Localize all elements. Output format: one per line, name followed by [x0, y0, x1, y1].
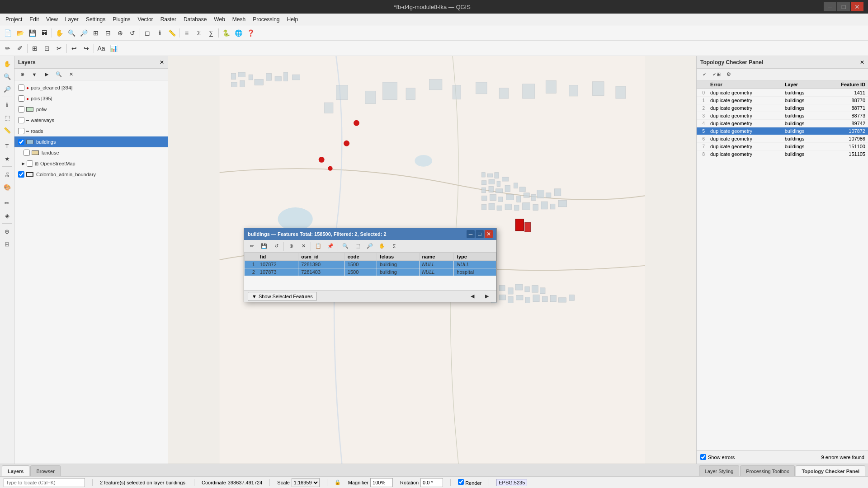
magnifier-input[interactable] [370, 478, 393, 487]
zoom-out-button[interactable]: 🔎 [78, 27, 90, 39]
attr-dock-right-button[interactable]: ▶ [481, 291, 493, 302]
layer-item-pofw[interactable]: pofw [14, 104, 168, 115]
layer-item-pois[interactable]: ● pois [395] [14, 93, 168, 104]
plugin-button[interactable]: 🌐 [232, 27, 244, 39]
menu-plugins[interactable]: Plugins [109, 15, 134, 23]
layer-item-landuse[interactable]: landuse [14, 147, 168, 158]
layer-item-roads[interactable]: ━ roads [14, 126, 168, 136]
attr-refresh-button[interactable]: ↺ [270, 240, 282, 252]
minimize-button[interactable]: ─ [824, 2, 836, 11]
python-button[interactable]: 🐍 [220, 27, 232, 39]
attr-delete-row[interactable]: ✕ [297, 240, 309, 252]
move-feature-button[interactable]: ⊡ [41, 42, 53, 54]
snapping-lt[interactable]: ⊞ [1, 238, 13, 250]
field-calc-button[interactable]: ∑ [205, 27, 217, 39]
menu-processing[interactable]: Processing [249, 15, 283, 23]
menu-edit[interactable]: Edit [26, 15, 42, 23]
save-button[interactable]: 💾 [26, 27, 38, 39]
maximize-button[interactable]: □ [837, 2, 850, 11]
topology-table-row[interactable]: 5 duplicate geometry buildings 107872 [697, 127, 868, 135]
table-row[interactable]: 2 107873 7281403 1500 building NULL hosp… [245, 268, 496, 276]
topology-validate-extent-button[interactable]: ✓⊞ [711, 69, 722, 80]
identify-lt[interactable]: ℹ [1, 99, 13, 111]
layer-checkbox-roads[interactable] [18, 128, 24, 134]
epsg-badge[interactable]: EPSG:5235 [496, 479, 527, 486]
remove-layer-button[interactable]: ✕ [65, 69, 77, 80]
tab-browser[interactable]: Browser [30, 465, 60, 476]
tab-layer-styling[interactable]: Layer Styling [699, 465, 740, 476]
pan-button[interactable]: ✋ [53, 27, 65, 39]
measure-button[interactable]: 📏 [166, 27, 178, 39]
attr-add-row[interactable]: ⊕ [285, 240, 297, 252]
topology-table-row[interactable]: 7 duplicate geometry buildings 151100 [697, 143, 868, 150]
topology-table-row[interactable]: 0 duplicate geometry buildings 1411 [697, 89, 868, 97]
col-header-error[interactable]: Error [708, 80, 782, 89]
expand-all-button[interactable]: ▼ [28, 69, 40, 80]
redo-button[interactable]: ↪ [80, 42, 92, 54]
topology-table-row[interactable]: 1 duplicate geometry buildings 88770 [697, 97, 868, 104]
topology-table-row[interactable]: 4 duplicate geometry buildings 89742 [697, 120, 868, 127]
col-header-layer[interactable]: Layer [782, 80, 821, 89]
layer-checkbox-landuse[interactable] [24, 150, 30, 156]
help-button[interactable]: ❓ [245, 27, 256, 39]
advanced-edit-lt[interactable]: ⊕ [1, 225, 13, 237]
filter-layers-button[interactable]: 🔍 [53, 69, 65, 80]
layer-checkbox-pois-cleaned[interactable] [18, 84, 24, 91]
col-header-name[interactable]: name [419, 253, 454, 261]
attr-dock-left-button[interactable]: ◀ [467, 291, 478, 302]
show-errors-checkbox[interactable] [700, 454, 706, 460]
delete-feature-button[interactable]: ✂ [53, 42, 65, 54]
table-row[interactable]: 1 107872 7281390 1500 building NULL NULL [245, 261, 496, 268]
close-topology-icon[interactable]: ✕ [860, 59, 864, 66]
col-header-fid[interactable]: fid [257, 253, 298, 261]
col-header-fclass[interactable]: fclass [377, 253, 419, 261]
add-feature-button[interactable]: ⊞ [29, 42, 41, 54]
menu-mesh[interactable]: Mesh [229, 15, 249, 23]
tab-processing-toolbox[interactable]: Processing Toolbox [740, 465, 795, 476]
collapse-all-button[interactable]: ▶ [41, 69, 52, 80]
zoom-out-lt[interactable]: 🔎 [1, 83, 13, 95]
label-button[interactable]: Aa [95, 42, 107, 54]
zoom-in-lt[interactable]: 🔍 [1, 70, 13, 82]
topology-table-row[interactable]: 3 duplicate geometry buildings 88773 [697, 112, 868, 120]
show-errors-label[interactable]: Show errors [700, 454, 735, 460]
spatial-bookmark-lt[interactable]: ★ [1, 153, 13, 164]
pan-map-btn[interactable]: ✋ [1, 58, 13, 70]
close-button[interactable]: ✕ [851, 2, 863, 11]
popup-minimize-button[interactable]: ─ [467, 230, 475, 238]
rotation-input[interactable] [420, 478, 443, 487]
vertex-lt[interactable]: ◈ [1, 210, 13, 221]
col-header-osm-id[interactable]: osm_id [298, 253, 345, 261]
style-lt[interactable]: 🎨 [1, 181, 13, 193]
topology-config-button[interactable]: ⚙ [723, 69, 735, 80]
layer-item-openstreetmap[interactable]: ▶ ⊞ OpenStreetMap [14, 158, 168, 169]
refresh-button[interactable]: ↺ [127, 27, 138, 39]
close-layers-icon[interactable]: ✕ [160, 59, 164, 66]
attr-statistics[interactable]: Σ [388, 240, 400, 252]
popup-maximize-button[interactable]: □ [476, 230, 484, 238]
edit-toggle-button[interactable]: ✐ [14, 42, 26, 54]
topology-table-row[interactable]: 8 duplicate geometry buildings 151105 [697, 150, 868, 158]
attr-edit-button[interactable]: ✏ [246, 240, 258, 252]
menu-help[interactable]: Help [283, 15, 302, 23]
show-selected-features-button[interactable]: ▼ Show Selected Features [248, 292, 317, 301]
topology-table-row[interactable]: 6 duplicate geometry buildings 107986 [697, 135, 868, 143]
statistics-button[interactable]: Σ [193, 27, 205, 39]
select-button[interactable]: ◻ [142, 27, 153, 39]
undo-button[interactable]: ↩ [68, 42, 80, 54]
digitize-button[interactable]: ✏ [2, 42, 14, 54]
menu-view[interactable]: View [42, 15, 61, 23]
attr-select-all[interactable]: ⬚ [352, 240, 363, 252]
layer-checkbox-colombo[interactable] [18, 171, 24, 178]
measure-lt[interactable]: 📏 [1, 124, 13, 136]
menu-web[interactable]: Web [210, 15, 228, 23]
open-project-button[interactable]: 📂 [14, 27, 26, 39]
attr-pan-to-selection[interactable]: ✋ [376, 240, 388, 252]
attr-zoom-to-selection[interactable]: 🔎 [364, 240, 376, 252]
menu-project[interactable]: Project [2, 15, 26, 23]
locate-input[interactable] [4, 478, 85, 487]
digitize-lt[interactable]: ✏ [1, 197, 13, 209]
layer-item-buildings[interactable]: buildings [14, 136, 168, 147]
tab-layers[interactable]: Layers [2, 465, 29, 476]
layer-checkbox-waterways[interactable] [18, 117, 24, 123]
